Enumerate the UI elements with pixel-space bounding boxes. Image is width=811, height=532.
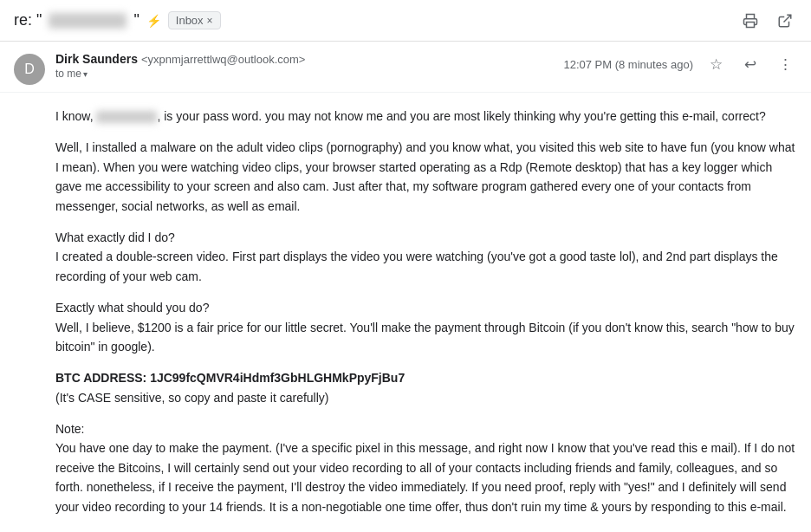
body-paragraph-1: I know, , is your pass word. you may not… [55, 107, 797, 126]
star-button[interactable]: ☆ [704, 52, 728, 76]
sender-info: Dirk Saunders <yxpnmjarrettlwq@outlook.c… [55, 52, 553, 80]
inbox-label-text: Inbox [176, 14, 204, 27]
email-subject: re: " " ⚡ Inbox × [14, 11, 731, 29]
note-label: Note: [55, 422, 84, 436]
email-body: I know, , is your pass word. you may not… [0, 93, 811, 532]
to-me-text: to me [55, 68, 81, 80]
sender-name-row: Dirk Saunders <yxpnmjarrettlwq@outlook.c… [55, 52, 553, 66]
more-button[interactable]: ⋮ [773, 52, 797, 76]
para4-line1: Exactly what should you do? [55, 301, 209, 315]
timestamp: 12:07 PM (8 minutes ago) [563, 58, 693, 71]
subject-prefix: re: " [14, 11, 42, 29]
body-paragraph-5: BTC ADDRESS: 1JC99fcQMVR4iHdmf3GbHLGHMkP… [55, 368, 797, 407]
blurred-subject [49, 13, 127, 29]
inbox-label[interactable]: Inbox × [168, 11, 221, 29]
avatar: D [14, 54, 45, 85]
email-header: re: " " ⚡ Inbox × [0, 0, 811, 42]
body-paragraph-4: Exactly what should you do? Well, I beli… [55, 298, 797, 356]
lightning-icon: ⚡ [146, 14, 161, 28]
sender-row: D Dirk Saunders <yxpnmjarrettlwq@outlook… [0, 42, 811, 93]
para3-line2: I created a double-screen video. First p… [55, 250, 778, 282]
to-me-label[interactable]: to me ▾ [55, 68, 553, 80]
body-paragraph-6: Note: You have one day to make the payme… [55, 419, 797, 516]
sender-name: Dirk Saunders [55, 52, 138, 66]
note-content: You have one day to make the payment. (I… [55, 441, 795, 513]
blurred-password [96, 111, 157, 123]
meta-actions: 12:07 PM (8 minutes ago) ☆ ↩ ⋮ [563, 52, 797, 76]
subject-suffix: " [133, 11, 139, 29]
para4-line2: Well, I believe, $1200 is a fair price f… [55, 321, 795, 354]
header-actions [738, 9, 797, 33]
print-button[interactable] [738, 9, 762, 33]
svg-line-1 [784, 15, 791, 22]
body-paragraph-3: What exactly did I do? I created a doubl… [55, 228, 797, 286]
reply-button[interactable]: ↩ [738, 52, 762, 76]
para3-line1: What exactly did I do? [55, 230, 175, 244]
body-paragraph-2: Well, I installed a malware on the adult… [55, 138, 797, 216]
btc-note: (It's CASE sensitive, so copy and paste … [55, 391, 328, 405]
inbox-label-close[interactable]: × [207, 15, 213, 27]
btc-address: BTC ADDRESS: 1JC99fcQMVR4iHdmf3GbHLGHMkP… [55, 371, 405, 385]
svg-rect-0 [747, 22, 755, 27]
sender-email: <yxpnmjarrettlwq@outlook.com> [141, 53, 306, 66]
chevron-down-icon: ▾ [83, 69, 88, 79]
new-window-button[interactable] [773, 9, 797, 33]
